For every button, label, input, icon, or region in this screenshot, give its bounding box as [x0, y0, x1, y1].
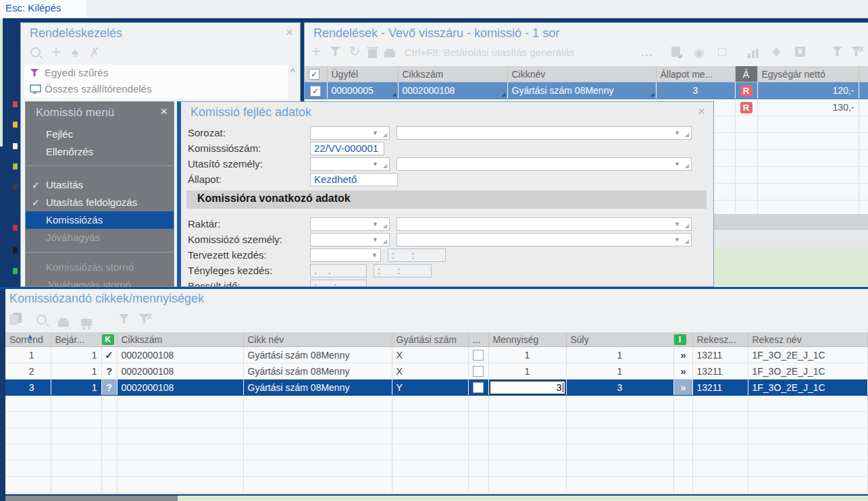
chart-icon[interactable]	[748, 46, 760, 58]
print-icon[interactable]	[384, 51, 395, 57]
tenyleges-time-field[interactable]: : :	[374, 264, 432, 278]
window-icon[interactable]: □	[718, 45, 726, 58]
search-icon[interactable]	[30, 47, 41, 57]
row-checkbox[interactable]	[473, 350, 484, 361]
add-icon[interactable]: +	[51, 44, 61, 60]
close-icon[interactable]: ×	[160, 105, 168, 119]
filter-clear-icon[interactable]: ✗	[139, 314, 149, 326]
menu-item-fejlec[interactable]: Fejléc	[26, 126, 174, 143]
chevron-down-icon[interactable]: ▼	[372, 237, 378, 243]
becsult-time-field[interactable]: : :	[310, 280, 367, 287]
scroll-up-icon[interactable]: ^	[290, 66, 295, 76]
column-header-allapot[interactable]: Állapot me...	[656, 66, 735, 82]
column-header-a-flag[interactable]: Á	[735, 66, 757, 82]
chevron-down-icon[interactable]: ▼	[674, 221, 680, 228]
allapot-field[interactable]: Kezdhető	[310, 173, 398, 186]
eye-icon[interactable]: ◉	[694, 47, 705, 59]
column-header-suly[interactable]: Súly	[566, 332, 673, 347]
cart-icon[interactable]	[81, 319, 92, 326]
raktar-code-combo[interactable]: 10 ▼ ◢	[310, 217, 390, 231]
menu-item-utasitas[interactable]: ✓ Utasítás	[26, 176, 174, 194]
picking-row[interactable]: 2 1 ? 0002000108 Gyártási szám 08Menny X…	[5, 363, 868, 379]
report-icon[interactable]	[671, 47, 680, 57]
utasito-code-combo[interactable]: 00000007 ▼ ◢	[310, 157, 390, 171]
menu-item-utasitas-feldolgozas[interactable]: ✓ Utasítás feldolgozás	[26, 194, 174, 211]
menu-item-komissiozas-storno[interactable]: Komissiózás stornó	[26, 259, 174, 276]
komissiozo-code-combo[interactable]: 00000007 ▼ ◢	[310, 233, 390, 246]
picking-row[interactable]: 1 1 ✓ 0002000108 Gyártási szám 08Menny X…	[5, 347, 868, 363]
column-header-cikkszam[interactable]: Cikkszám	[398, 66, 507, 82]
filter-icon[interactable]	[330, 47, 340, 56]
chevron-down-icon[interactable]: ▼	[372, 130, 378, 136]
row-checkbox-checked[interactable]: ✓	[310, 86, 321, 97]
column-header-k[interactable]: K	[101, 332, 117, 347]
close-icon[interactable]: ×	[698, 105, 705, 117]
chevron-down-icon[interactable]: ▼	[674, 237, 680, 243]
tools-off-icon[interactable]: ✗	[89, 46, 100, 59]
mennyiseg-edit-input[interactable]: 3	[490, 381, 565, 394]
column-header-cikknev[interactable]: Cikk név	[243, 332, 392, 347]
row-checkbox[interactable]	[473, 382, 484, 393]
utasito-name-combo[interactable]: Felül Kerekedik ▼ ◢	[397, 157, 692, 171]
column-header-rekesznev[interactable]: Rekesz név	[748, 332, 868, 347]
select-all-header[interactable]: ✓	[305, 66, 327, 82]
menu-item-jovahagyas[interactable]: Jóváhagyás	[26, 229, 174, 246]
cell-mennyiseg[interactable]: 1	[488, 363, 566, 379]
picking-row-selected[interactable]: 3 1 ? 0002000108 Gyártási szám 08Menny Y…	[5, 379, 868, 396]
chevron-down-icon[interactable]: ▼	[372, 253, 378, 259]
documents-icon[interactable]	[13, 313, 22, 323]
komissioszam-field[interactable]: 22/VV-000001	[310, 142, 384, 155]
sorozat-name-combo[interactable]: Vevő visszáru ▼ ◢	[397, 126, 692, 140]
refresh-icon[interactable]: ↻	[349, 45, 361, 58]
tenyleges-date-field[interactable]: . .	[310, 264, 367, 278]
chevron-down-icon[interactable]: ▼	[372, 221, 378, 228]
empty-row	[5, 428, 868, 444]
chevron-down-icon[interactable]: ▼	[674, 161, 680, 167]
tervezett-date-field[interactable]: 21.06.03 ▼	[310, 248, 381, 262]
cell-mennyiseg[interactable]: 1	[488, 347, 566, 363]
detail-chevrons-icon[interactable]: »	[673, 363, 692, 379]
column-header-i[interactable]: I	[673, 332, 692, 347]
menu-item-ellenorzes[interactable]: Ellenőrzés	[26, 143, 174, 161]
list-item-egyedi-szures[interactable]: Egyedi szűrés	[24, 65, 288, 81]
sorozat-code-combo[interactable]: VV ▼ ◢	[310, 126, 390, 140]
column-header-rekesz[interactable]: Rekesz...	[692, 332, 748, 347]
detail-chevrons-icon[interactable]: »	[673, 347, 692, 363]
chevron-down-icon[interactable]: ▼	[372, 161, 378, 167]
add-icon[interactable]: +	[311, 43, 321, 59]
filter-clear-icon[interactable]: ✗	[851, 47, 861, 59]
tree-icon[interactable]: ♠	[72, 46, 78, 59]
row-checkbox[interactable]	[473, 366, 484, 377]
more-button[interactable]: ...	[641, 47, 654, 58]
delete-icon[interactable]	[368, 49, 377, 58]
column-header-sorrend[interactable]: Sorrend▲	[5, 332, 51, 347]
checkbox-checked-icon[interactable]: ✓	[309, 69, 320, 80]
column-header-cikkszam[interactable]: Cikkszám	[117, 332, 243, 347]
chevron-down-icon[interactable]: ▼	[674, 130, 680, 136]
menu-item-komissiozas[interactable]: Komissiózás	[26, 211, 174, 229]
excel-export-icon[interactable]: X	[795, 47, 805, 57]
print-icon[interactable]	[58, 321, 69, 327]
filter-apply-icon[interactable]	[832, 47, 842, 56]
raktar-name-combo[interactable]: Központi raktár ▼ ◢	[397, 217, 692, 231]
exit-label[interactable]: Esc: Kilépés	[5, 2, 61, 14]
tervezett-time-field[interactable]: : :	[388, 248, 446, 262]
column-header-ugyfel[interactable]: Ügyfél	[327, 66, 398, 82]
column-header-dots[interactable]: ...	[468, 332, 488, 347]
detail-chevrons-icon[interactable]: »	[673, 379, 692, 396]
search-icon[interactable]	[36, 315, 47, 325]
pin-icon[interactable]: ◆	[772, 46, 780, 57]
order-row[interactable]: ✓ 00000005◢ 0002000108◢ Gyártási szám 08…	[305, 82, 868, 99]
close-icon[interactable]: ×	[286, 26, 293, 38]
column-header-mennyiseg[interactable]: Mennyiség	[488, 332, 566, 347]
column-header-bejar[interactable]: Bejár...	[51, 332, 101, 347]
komissiozo-name-combo[interactable]: Felül Kerekedik ▼ ◢	[397, 233, 692, 246]
empty-cell	[392, 428, 468, 444]
list-item-osszes-szallitorendeles[interactable]: Összes szállítórendelés	[24, 81, 288, 97]
background-toolbar-icon	[13, 143, 18, 149]
column-header-egysegar[interactable]: Egységár nettó	[757, 66, 859, 82]
column-header-gyartasi[interactable]: Gyártási szám	[392, 332, 468, 347]
filter-icon[interactable]	[119, 314, 129, 323]
check-icon: ✓	[32, 194, 40, 211]
column-header-cikknev[interactable]: Cikknév	[507, 66, 656, 82]
